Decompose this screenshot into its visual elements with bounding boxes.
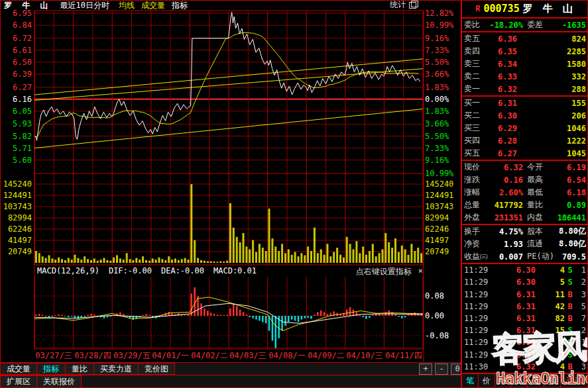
tick-count: 3: [575, 290, 586, 299]
bid-row[interactable]: 买四 6.28 1222: [462, 134, 588, 147]
price-axis-label: 6.05: [1, 107, 32, 116]
stat-value: 0.007: [488, 252, 523, 262]
panel-tab-6[interactable]: 指: [544, 374, 561, 388]
percent-axis-label: 7.33%: [425, 144, 459, 153]
close-icon[interactable]: ×: [418, 266, 423, 277]
stat-row: 净资 1.93 流通 8.80亿: [462, 238, 588, 250]
legend-item-1[interactable]: 成交量: [141, 0, 165, 11]
tick-direction: S: [565, 350, 575, 360]
panel-tab-5[interactable]: 势: [528, 374, 544, 388]
price-axis-label: 6.72: [1, 34, 32, 43]
tab-indicator-2[interactable]: 指标: [36, 363, 66, 375]
legend-item-2[interactable]: 指标: [172, 0, 188, 11]
level-price: 6.36: [488, 34, 517, 44]
percent-axis-label: 0.00%: [425, 95, 459, 104]
stat-label: 收益㈢: [464, 251, 488, 262]
date-axis: 03/27/三03/28/四03/29/五04/01/一04/02/二04/03…: [34, 350, 423, 362]
panel-tab-3[interactable]: 细: [495, 374, 512, 388]
tab-extension-1[interactable]: 扩展区: [0, 375, 37, 388]
level-price: 6.35: [488, 47, 517, 56]
tick-price: 6.31: [492, 302, 536, 311]
stat-row: 外盘 231351 内盘 186441: [462, 211, 588, 224]
tick-price: 6.32: [492, 362, 536, 371]
legend-item-0[interactable]: 均线: [119, 0, 135, 11]
level-price: 6.27: [488, 149, 517, 158]
level-label: 买五: [464, 148, 488, 159]
macd-value: MACD:0.01: [213, 266, 257, 275]
panel-tab-7[interactable]: 资讯: [561, 374, 588, 388]
percent-axis-label: 9.16%: [425, 34, 459, 43]
tick-price: 6.31: [492, 350, 536, 360]
tick-count: 1: [575, 350, 586, 360]
stat-value: 8.80亿: [551, 238, 586, 250]
price-axis-label: 5.71: [1, 144, 32, 153]
level-label: 买二: [464, 110, 488, 121]
percent-axis-label: 10.99%: [425, 21, 459, 30]
extension-tabbar: 扩展区关联报价: [0, 375, 461, 388]
price-axis-label: 6.27: [1, 83, 32, 92]
volume-axis-label: 82994: [1, 213, 32, 222]
stat-label: 外盘: [464, 212, 488, 223]
stat-value: 6.32: [488, 163, 523, 172]
ask-row[interactable]: 卖四 6.35 2285: [462, 45, 588, 58]
level-price: 6.33: [488, 72, 517, 81]
level-price: 6.32: [488, 85, 517, 94]
bid-row[interactable]: 买一 6.31 155: [462, 97, 588, 109]
stat-row: 现价 6.32 今开 6.19: [462, 161, 588, 173]
tab-extension-2[interactable]: 关联报价: [36, 375, 82, 388]
macd-header: MACD(12,26,9) DIF:-0.00 DEA:-0.00 MACD:0…: [37, 266, 257, 275]
stat-value: 6.54: [551, 175, 586, 185]
volume-axis-label: 62246: [425, 224, 459, 234]
stats-button[interactable]: 统计: [383, 0, 423, 10]
tab-indicator-5[interactable]: 竞价图: [138, 363, 175, 375]
volume-axis-label: 62246: [1, 224, 32, 234]
macd-dea-value: DEA:-0.00: [161, 266, 204, 275]
level-label: 卖五: [464, 33, 488, 44]
zoom-out-button[interactable]: -: [435, 364, 448, 375]
panel-tab-2[interactable]: 价: [479, 374, 495, 388]
level-price: 6.29: [488, 124, 517, 133]
stat-label: 最高: [527, 174, 551, 185]
tick-row: 11:29 6.31 11 B 3: [462, 288, 588, 300]
tick-volume: 82: [536, 314, 565, 323]
stat-label: 现价: [464, 162, 488, 173]
stat-value: 6.18: [551, 188, 586, 197]
level-label: 卖二: [464, 71, 488, 82]
stat-row: 总量 417792 量比 0.89: [462, 199, 588, 211]
percent-axis-label: 10.99%: [425, 169, 459, 178]
volume-axis-label: 145240: [425, 179, 459, 189]
stat-value: 0.16: [488, 175, 523, 185]
tick-volume: 42: [536, 302, 565, 311]
stat-label: 内盘: [527, 212, 551, 223]
tab-indicator-3[interactable]: 量比: [65, 363, 94, 375]
ask-row[interactable]: 卖一 6.32 288: [462, 83, 588, 95]
tab-indicator-1[interactable]: 成交量: [0, 363, 37, 375]
level-label: 卖四: [464, 46, 488, 57]
stock-code: 000735: [483, 3, 519, 15]
tick-time: 11:29: [464, 290, 492, 299]
panel-tab-1[interactable]: 笔: [462, 374, 479, 388]
level-label: 买四: [464, 135, 488, 146]
stock-name: 罗 牛 山: [523, 3, 575, 15]
stat-value: 709.5: [551, 252, 586, 262]
tab-indicator-4[interactable]: 买卖力道: [93, 363, 139, 375]
bid-row[interactable]: 买三 6.29 1046: [462, 122, 588, 134]
quote-panel: R 000735 罗 牛 山 委比 -18.20% 委差 -1635 卖五 6.…: [461, 0, 588, 388]
zoom-controls: +-0: [419, 364, 464, 375]
ask-row[interactable]: 卖二 6.33 332: [462, 70, 588, 83]
stat-row: 收益㈢ 0.007 PE(动) 709.5: [462, 250, 588, 263]
stat-label: 最低: [527, 187, 551, 198]
tick-row: 11:30 6.32 4 B 3: [462, 361, 588, 373]
bid-row[interactable]: 买五 6.27 1045: [462, 147, 588, 160]
level-price: 6.34: [488, 60, 517, 69]
bid-row[interactable]: 买二 6.30 206: [462, 109, 588, 122]
level-volume: 288: [517, 85, 586, 94]
zoom-in-button[interactable]: +: [419, 364, 432, 375]
panel-tab-4[interactable]: 盘: [511, 374, 528, 388]
ask-row[interactable]: 卖五 6.36 824: [462, 32, 588, 45]
weibi-label: 委比: [464, 19, 488, 30]
stat-label: 股本: [527, 226, 551, 237]
percent-axis-label: 5.50%: [425, 58, 459, 67]
weibi-row: 委比 -18.20% 委差 -1635: [462, 19, 588, 31]
ask-row[interactable]: 卖三 6.34 1580: [462, 58, 588, 70]
